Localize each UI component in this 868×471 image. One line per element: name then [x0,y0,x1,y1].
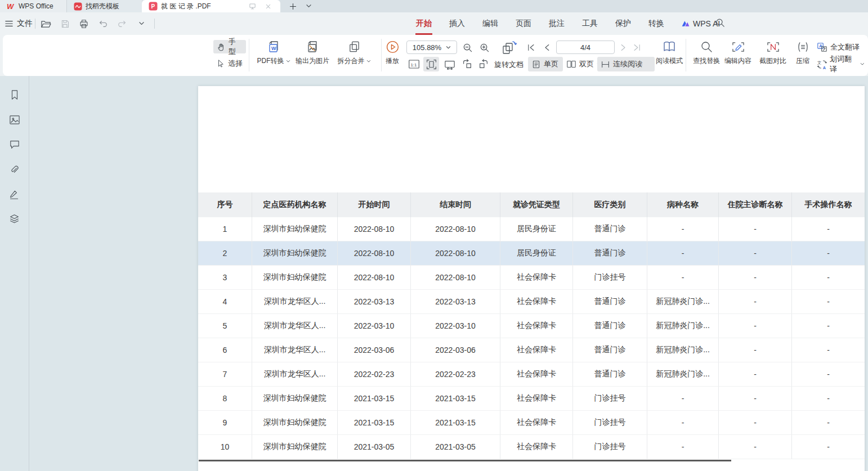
table-cell: 2022-08-10 [411,266,500,290]
table-horizontal-scrollbar[interactable] [199,460,731,461]
svg-text:P: P [151,3,155,10]
chevron-down-icon [366,60,371,63]
table-cell: - [719,338,792,362]
layers-icon[interactable] [8,212,21,226]
thumbnails-icon[interactable] [8,113,21,127]
table-cell: 普通门诊 [573,217,647,241]
rotate-pages-button[interactable] [499,39,519,55]
table-cell: 2022-08-10 [338,217,411,241]
screenshot-compare-button[interactable]: 截图对比 [756,38,790,73]
undo-icon[interactable] [97,17,109,30]
continuous-read-button[interactable]: 连续阅读 [597,57,655,71]
table-cell: 深圳市龙华区人... [252,314,338,338]
menu-item-home[interactable]: 开始 [415,17,432,30]
hand-tool-button[interactable]: 手型 [213,40,246,53]
redo-icon[interactable] [116,17,128,30]
next-page-button[interactable] [617,41,629,53]
bookmarks-icon[interactable] [8,88,21,102]
table-cell: 深圳市妇幼保健院 [252,435,338,459]
play-button[interactable]: 播放 [378,38,406,73]
rotate-left-button[interactable] [460,58,474,70]
page-number-input[interactable]: 4/4 [556,41,615,54]
table-header-cell: 住院主诊断名称 [719,192,792,217]
table-cell: 2021-03-15 [411,387,500,411]
table-cell: 社会保障卡 [500,338,573,362]
divider [249,39,249,71]
menu-item-wps-ai[interactable]: WPS AI [681,19,720,28]
table-cell: 2022-03-06 [338,338,411,362]
print-icon[interactable] [78,17,90,30]
wps-ai-logo-icon [681,20,690,28]
first-page-button[interactable] [525,41,537,53]
table-cell: 7 [198,362,252,387]
table-cell: 9 [198,411,252,435]
menu-item-convert[interactable]: 转换 [648,17,665,30]
document-canvas: 序号定点医药机构名称开始时间结束时间就诊凭证类型医疗类别病种名称住院主诊断名称手… [0,76,868,471]
table-cell: 8 [198,387,252,411]
tab-docer-templates[interactable]: 找稻壳模板 [66,0,142,12]
open-folder-icon[interactable] [39,17,52,30]
find-replace-button[interactable]: 查找替换 [688,38,724,73]
table-row: 10深圳市妇幼保健院2021-03-052021-03-05社会保障卡门诊挂号-… [198,435,865,459]
compress-button[interactable]: 压缩 [790,38,816,73]
prev-page-button[interactable] [540,41,553,53]
rotate-right-button[interactable] [477,58,490,70]
actual-size-button[interactable]: 1:1 [407,58,420,70]
menu-item-tools[interactable]: 工具 [581,17,598,30]
table-cell: 普通门诊 [573,314,647,338]
window-tab-strip: W WPS Office 找稻壳模板 P 就 医 记 录 .PDF [0,0,868,12]
ribbon-search-icon[interactable] [715,17,727,30]
book-icon [661,38,678,56]
table-cell: 新冠肺炎门诊... [647,290,719,314]
file-menu[interactable]: 文件 [5,12,33,35]
zoom-in-button[interactable] [477,41,491,53]
full-translate-button[interactable]: A 全文翻译 [813,41,863,54]
table-cell: 居民身份证 [500,217,573,241]
table-header-cell: 病种名称 [647,192,719,217]
table-cell: 深圳市龙华区人... [252,290,338,314]
signature-pen-icon[interactable] [8,187,21,201]
select-tool-button[interactable]: 选择 [213,57,246,70]
table-header-cell: 开始时间 [338,192,411,217]
tab-wps-office[interactable]: W WPS Office [0,0,66,12]
table-header-cell: 序号 [198,192,252,217]
table-cell: 门诊挂号 [573,266,647,290]
word-translate-icon: 文A [817,59,827,70]
fit-page-button[interactable] [423,57,439,71]
table-cell: 2022-08-10 [338,266,411,290]
tab-document-active[interactable]: P 就 医 记 录 .PDF [142,0,280,12]
tab-list-chevron-icon[interactable] [303,1,314,12]
table-cell: 新冠肺炎门诊... [647,362,719,387]
save-icon[interactable] [59,17,71,30]
table-cell: 深圳市妇幼保健院 [252,217,338,241]
menu-item-insert[interactable]: 插入 [449,17,466,30]
svg-text:文: 文 [817,60,821,65]
single-page-button[interactable]: 单页 [528,57,563,71]
quickbar-more-chevron-icon[interactable] [135,17,147,30]
pdf-convert-button[interactable]: W PDF转换 [251,38,296,73]
menu-item-page[interactable]: 页面 [515,17,532,30]
table-cell: 居民身份证 [500,241,573,266]
comments-icon[interactable] [8,138,21,151]
rotate-doc-label: 旋转文档 [494,60,524,70]
menu-item-protect[interactable]: 保护 [615,17,632,30]
menu-item-edit[interactable]: 编辑 [482,17,499,30]
menu-item-comment[interactable]: 批注 [548,17,565,30]
table-body: 1深圳市妇幼保健院2022-08-102022-08-10居民身份证普通门诊--… [198,217,865,459]
last-page-button[interactable] [631,41,643,53]
zoom-out-button[interactable] [460,41,474,53]
attachment-icon[interactable] [8,163,21,176]
present-monitor-icon[interactable] [247,1,258,12]
close-tab-icon[interactable] [262,1,274,12]
zoom-level-select[interactable]: 105.88% [406,41,457,54]
fit-width-button[interactable] [442,58,457,70]
table-cell: 深圳市龙华区人... [252,362,338,387]
continuous-read-icon [601,60,610,69]
export-image-button[interactable]: 输出为图片 [292,38,333,73]
divider [35,19,35,29]
new-tab-plus-icon[interactable] [287,1,298,12]
split-merge-button[interactable]: 拆分合并 [333,38,375,73]
edit-content-button[interactable]: 编辑内容 [721,38,755,73]
table-row: 3深圳市妇幼保健院2022-08-102022-08-10社会保障卡门诊挂号--… [198,266,865,290]
word-translate-button[interactable]: 文A 划词翻译 [813,57,868,71]
